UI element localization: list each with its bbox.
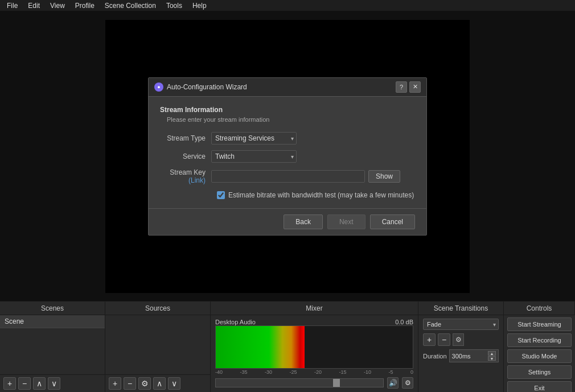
service-select-wrapper: Twitch <box>211 150 297 163</box>
stream-key-row: Stream Key (Link) Show <box>160 168 415 184</box>
menu-scene-collection[interactable]: Scene Collection <box>100 1 161 11</box>
dialog-overlay: ● Auto-Configuration Wizard ? ✕ Stream I… <box>0 11 575 301</box>
duration-row: Duration 300ms ▲ ▼ <box>423 349 499 362</box>
dialog-title: Auto-Configuration Wizard <box>167 83 247 91</box>
menu-tools[interactable]: Tools <box>162 1 187 11</box>
bandwidth-test-checkbox[interactable] <box>217 191 225 199</box>
duration-spinner: ▲ ▼ <box>488 351 496 361</box>
mixer-db-value: 0.0 dB <box>395 319 413 325</box>
dialog-title-left: ● Auto-Configuration Wizard <box>154 82 247 92</box>
remove-scene-button[interactable]: − <box>18 377 31 390</box>
transition-select-wrapper: Fade <box>423 319 499 330</box>
mixer-panel: Desktop Audio 0.0 dB -40 -35 -30 -25 -20… <box>211 315 418 392</box>
scenes-panel: Scene + − ∧ ∨ <box>0 315 105 392</box>
add-transition-button[interactable]: + <box>423 333 436 346</box>
section-headers: Scenes Sources Mixer Scene Transitions C… <box>0 302 575 315</box>
scene-item[interactable]: Scene <box>0 315 105 328</box>
transitions-header: Scene Transitions <box>418 302 504 315</box>
fader-handle[interactable] <box>333 379 340 387</box>
bottom-content: Scene + − ∧ ∨ + − ⚙ ∧ ∨ <box>0 315 575 392</box>
service-label: Service <box>160 152 211 160</box>
menu-edit[interactable]: Edit <box>23 1 44 11</box>
bandwidth-test-row: Estimate bitrate with bandwidth test (ma… <box>217 191 415 199</box>
sources-panel: + − ⚙ ∧ ∨ <box>105 315 211 392</box>
transitions-panel: Fade + − ⚙ Duration 300ms ▲ ▼ <box>418 315 504 392</box>
transition-settings-button[interactable]: ⚙ <box>453 333 464 346</box>
mixer-track-label: Desktop Audio <box>215 319 266 325</box>
preview-area: ● Auto-Configuration Wizard ? ✕ Stream I… <box>0 11 575 301</box>
duration-value: 300ms <box>452 353 471 360</box>
duration-decrement[interactable]: ▼ <box>488 356 496 361</box>
stream-type-select[interactable]: Streaming Services <box>211 132 297 145</box>
show-stream-key-button[interactable]: Show <box>368 170 400 183</box>
mixer-settings-button[interactable]: ⚙ <box>402 377 413 389</box>
remove-transition-button[interactable]: − <box>438 333 450 346</box>
dialog-help-button[interactable]: ? <box>396 81 407 93</box>
mute-button[interactable]: 🔊 <box>387 377 399 389</box>
back-button[interactable]: Back <box>284 214 323 229</box>
controls-panel: Start Streaming Start Recording Studio M… <box>504 315 575 392</box>
transition-type-select[interactable]: Fade <box>423 319 499 330</box>
next-button[interactable]: Next <box>327 214 365 229</box>
sources-header: Sources <box>105 302 211 315</box>
menubar: File Edit View Profile Scene Collection … <box>0 0 575 11</box>
controls-header: Controls <box>504 302 575 315</box>
settings-button[interactable]: Settings <box>507 365 572 379</box>
stream-key-link[interactable]: (Link) <box>188 176 206 184</box>
start-recording-button[interactable]: Start Recording <box>507 333 572 347</box>
stream-key-text: Stream Key <box>170 168 206 176</box>
auto-config-dialog: ● Auto-Configuration Wizard ? ✕ Stream I… <box>148 77 427 236</box>
mixer-header: Mixer <box>211 302 418 315</box>
dialog-titlebar: ● Auto-Configuration Wizard ? ✕ <box>149 78 426 97</box>
menu-profile[interactable]: Profile <box>71 1 99 11</box>
stream-key-label-container: Stream Key (Link) <box>160 168 211 184</box>
cancel-button[interactable]: Cancel <box>370 214 415 229</box>
service-row: Service Twitch <box>160 150 415 163</box>
duration-increment[interactable]: ▲ <box>488 351 496 356</box>
bandwidth-test-label: Estimate bitrate with bandwidth test (ma… <box>228 191 414 199</box>
dialog-close-button[interactable]: ✕ <box>409 81 421 93</box>
studio-mode-button[interactable]: Studio Mode <box>507 349 572 363</box>
mixer-track-desktop: Desktop Audio 0.0 dB <box>215 319 413 325</box>
start-streaming-button[interactable]: Start Streaming <box>507 317 572 331</box>
sources-toolbar: + − ⚙ ∧ ∨ <box>105 374 210 392</box>
stream-type-label: Stream Type <box>160 134 211 142</box>
duration-input-container: 300ms ▲ ▼ <box>449 349 499 362</box>
mixer-meter <box>215 325 413 369</box>
scenes-toolbar: + − ∧ ∨ <box>0 374 105 392</box>
source-settings-button[interactable]: ⚙ <box>138 377 151 390</box>
move-scene-down-button[interactable]: ∨ <box>48 377 60 390</box>
transition-select-row: Fade <box>423 319 499 330</box>
dialog-footer: Back Next Cancel <box>149 208 426 235</box>
dialog-body: Stream Information Please enter your str… <box>149 97 426 208</box>
service-select[interactable]: Twitch <box>211 150 297 163</box>
add-source-button[interactable]: + <box>109 377 121 390</box>
move-source-up-button[interactable]: ∧ <box>153 377 166 390</box>
obs-logo-icon: ● <box>154 82 163 92</box>
exit-button[interactable]: Exit <box>507 381 572 392</box>
stream-type-row: Stream Type Streaming Services <box>160 132 415 145</box>
mixer-controls: 🔊 ⚙ <box>215 377 413 389</box>
scenes-header: Scenes <box>0 302 105 315</box>
add-scene-button[interactable]: + <box>3 377 16 390</box>
stream-type-select-wrapper: Streaming Services <box>211 132 297 145</box>
volume-fader[interactable] <box>215 378 384 387</box>
mixer-meter-bar <box>216 326 305 368</box>
remove-source-button[interactable]: − <box>124 377 136 390</box>
section-title: Stream Information <box>160 106 415 114</box>
menu-file[interactable]: File <box>2 1 22 11</box>
section-subtitle: Please enter your stream information <box>160 116 415 123</box>
dialog-title-buttons: ? ✕ <box>396 81 421 93</box>
duration-label: Duration <box>423 353 447 360</box>
move-scene-up-button[interactable]: ∧ <box>33 377 46 390</box>
move-source-down-button[interactable]: ∨ <box>168 377 180 390</box>
transitions-toolbar: + − ⚙ <box>423 333 499 346</box>
main-area: ● Auto-Configuration Wizard ? ✕ Stream I… <box>0 11 575 392</box>
menu-view[interactable]: View <box>46 1 69 11</box>
bottom-panel: Scenes Sources Mixer Scene Transitions C… <box>0 301 575 392</box>
menu-help[interactable]: Help <box>188 1 211 11</box>
meter-ticks: -40 -35 -30 -25 -20 -15 -10 -5 0 <box>215 369 413 375</box>
stream-key-input[interactable] <box>211 170 365 183</box>
